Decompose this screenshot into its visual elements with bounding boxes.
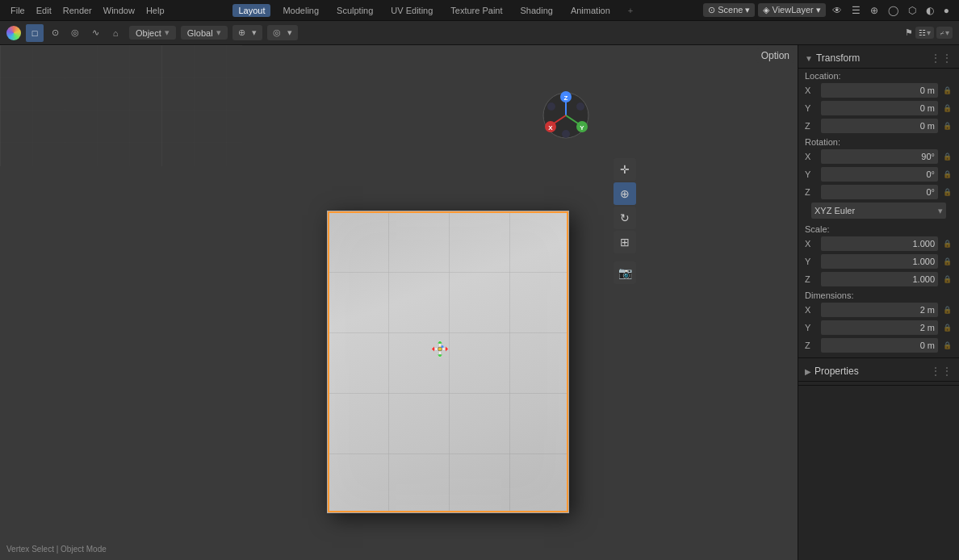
object-mode-dropdown[interactable]: Object ▾ xyxy=(129,26,176,40)
menu-render[interactable]: Render xyxy=(59,4,96,17)
tool-scale[interactable]: ⊞ xyxy=(614,231,636,253)
location-z-lock[interactable]: 🔒 xyxy=(941,120,953,132)
option-label[interactable]: Option xyxy=(756,48,794,63)
workspace-plus[interactable]: + xyxy=(622,4,639,17)
scale-y-lock[interactable]: 🔒 xyxy=(941,256,953,267)
euler-dropdown-arrow: ▾ xyxy=(938,206,943,216)
toolbar-right: ⚑ ☷▾ ⌿▾ xyxy=(905,27,953,39)
filter-icon[interactable]: ⌿▾ xyxy=(936,27,953,39)
workspace-shading[interactable]: Shading xyxy=(515,4,559,17)
rotation-z-lock[interactable]: 🔒 xyxy=(941,186,953,198)
scale-x-row: X 1.000 🔒 xyxy=(798,235,959,253)
top-icon-3[interactable]: ⊕ xyxy=(867,3,882,18)
location-x-row: X 0 m 🔒 xyxy=(798,81,959,99)
menu-file[interactable]: File xyxy=(6,4,29,17)
scale-z-field[interactable]: 1.000 xyxy=(821,272,938,286)
global-dropdown[interactable]: Global ▾ xyxy=(181,26,228,40)
top-icon-6[interactable]: ◐ xyxy=(923,3,937,18)
rotation-x-lock[interactable]: 🔒 xyxy=(941,151,953,162)
location-x-lock[interactable]: 🔒 xyxy=(941,85,953,96)
scene-selector[interactable]: ⊙ Scene ▾ xyxy=(703,3,755,17)
workspace-animation[interactable]: Animation xyxy=(565,4,616,17)
vp-icon-node[interactable]: ⌂ xyxy=(107,24,124,42)
rotation-z-field[interactable]: 0° xyxy=(821,185,938,199)
scale-x-lock[interactable]: 🔒 xyxy=(941,238,953,249)
workspace-sculpting[interactable]: Sculpting xyxy=(331,4,379,17)
view-layer-selector[interactable]: ◈ ViewLayer ▾ xyxy=(758,3,825,17)
rotation-y-lock[interactable]: 🔒 xyxy=(941,169,953,180)
scale-z-lock[interactable]: 🔒 xyxy=(941,274,953,285)
workspace-modeling[interactable]: Modeling xyxy=(277,4,325,17)
scale-z-row: Z 1.000 🔒 xyxy=(798,270,959,288)
transform-title-btn[interactable]: ▼ Transform xyxy=(805,52,860,64)
top-icon-2[interactable]: ☰ xyxy=(848,3,864,18)
proportional-icon[interactable]: ◎ xyxy=(270,27,283,39)
location-x-field[interactable]: 0 m xyxy=(821,83,938,98)
svg-rect-2 xyxy=(0,45,242,166)
main-area: Z X Y ✛ ⊕ ↻ xyxy=(0,45,959,560)
vp-icon-mesh[interactable]: □ xyxy=(26,24,44,42)
scale-x-label: X xyxy=(805,239,818,249)
scale-y-row: Y 1.000 🔒 xyxy=(798,253,959,270)
workspace-layout[interactable]: Layout xyxy=(232,4,270,17)
scale-y-field[interactable]: 1.000 xyxy=(821,254,938,269)
transform-menu-btn[interactable]: ⋮⋮ xyxy=(930,52,953,65)
proportional-edit-group: ◎ ▾ xyxy=(267,25,298,40)
tool-panel: ✛ ⊕ ↻ ⊞ 📷 xyxy=(614,158,636,284)
location-y-lock[interactable]: 🔒 xyxy=(941,102,953,114)
menu-window[interactable]: Window xyxy=(99,4,139,17)
vp-icon-render[interactable]: ⊙ xyxy=(46,24,64,42)
rotation-y-row: Y 0° 🔒 xyxy=(798,165,959,183)
loc-x-label: X xyxy=(805,86,818,95)
global-label: Global xyxy=(187,28,213,38)
pin-icon[interactable]: ⚑ xyxy=(905,27,913,38)
dim-y-lock[interactable]: 🔒 xyxy=(941,322,953,333)
transform-title-text: Transform xyxy=(816,52,860,64)
menu-help[interactable]: Help xyxy=(142,4,169,17)
dim-x-lock[interactable]: 🔒 xyxy=(941,304,953,316)
workspace-texture[interactable]: Texture Paint xyxy=(445,4,508,17)
dim-z-lock[interactable]: 🔒 xyxy=(941,340,953,351)
svg-point-27 xyxy=(439,341,442,344)
dimensions-x-field[interactable]: 2 m xyxy=(821,303,938,317)
scale-x-field[interactable]: 1.000 xyxy=(821,236,938,251)
top-icon-1[interactable]: 👁 xyxy=(829,3,845,18)
vp-icon-material[interactable]: ◎ xyxy=(66,24,84,42)
top-icon-4[interactable]: ◯ xyxy=(885,3,902,18)
rotation-y-field[interactable]: 0° xyxy=(821,167,938,182)
top-icon-7[interactable]: ● xyxy=(940,3,953,18)
svg-point-41 xyxy=(547,102,555,111)
viewport-icon-group: □ ⊙ ◎ ∿ ⌂ xyxy=(26,24,124,42)
tool-camera[interactable]: 📷 xyxy=(614,261,636,284)
vp-icon-texture[interactable]: ∿ xyxy=(86,24,104,42)
svg-point-23 xyxy=(438,347,442,351)
location-z-field[interactable]: 0 m xyxy=(821,119,938,133)
proportional-dropdown[interactable]: ▾ xyxy=(285,27,295,39)
tool-rotate[interactable]: ↻ xyxy=(614,207,636,229)
rot-x-label: X xyxy=(805,152,818,161)
menu-edit[interactable]: Edit xyxy=(32,4,56,17)
dimensions-z-field[interactable]: 0 m xyxy=(821,338,938,353)
location-y-field[interactable]: 0 m xyxy=(821,101,938,115)
navigation-gizmo[interactable]: Z X Y xyxy=(540,90,592,141)
euler-mode-dropdown[interactable]: XYZ Euler ▾ xyxy=(811,203,946,219)
snap-icon[interactable]: ⊕ xyxy=(236,27,248,39)
workspace-uv[interactable]: UV Editing xyxy=(385,4,438,17)
tool-move[interactable]: ⊕ xyxy=(614,182,636,205)
properties-title-btn[interactable]: ▶ Properties xyxy=(805,366,859,377)
transform-cursor xyxy=(431,341,449,361)
rotation-z-row: Z 0° 🔒 xyxy=(798,183,959,201)
tool-cursor[interactable]: ✛ xyxy=(614,158,636,181)
properties-menu-btn[interactable]: ⋮⋮ xyxy=(930,365,953,378)
top-icon-5[interactable]: ⬡ xyxy=(905,3,919,18)
dimensions-y-field[interactable]: 2 m xyxy=(821,320,938,335)
dim-x-row: X 2 m 🔒 xyxy=(798,301,959,319)
viewport[interactable]: Z X Y ✛ ⊕ ↻ xyxy=(0,45,798,560)
color-sphere-icon[interactable] xyxy=(6,26,21,40)
rotation-x-field[interactable]: 90° xyxy=(821,149,938,164)
snap-dropdown[interactable]: ▾ xyxy=(249,27,259,39)
svg-text:X: X xyxy=(548,124,553,132)
overlay-icon[interactable]: ☷▾ xyxy=(915,27,934,39)
scale-label: Scale: xyxy=(798,222,959,235)
euler-mode-label: XYZ Euler xyxy=(815,206,855,215)
